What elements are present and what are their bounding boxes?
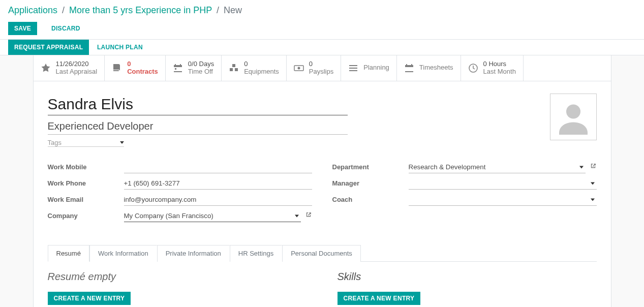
work-email-input[interactable] <box>124 194 312 206</box>
breadcrumb: Applications / More than 5 yrs Experienc… <box>8 0 636 22</box>
tab-personal-documents[interactable]: Personal Documents <box>282 245 361 262</box>
label-work-phone: Work Phone <box>48 179 124 187</box>
skills-section-title: Skills <box>338 271 597 283</box>
request-appraisal-button[interactable]: REQUEST APPRAISAL <box>8 40 89 55</box>
calendar-icon <box>173 63 183 73</box>
label-department: Department <box>332 163 409 171</box>
label-manager: Manager <box>332 179 409 187</box>
avatar[interactable] <box>550 94 597 140</box>
create-skill-entry-button[interactable]: CREATE A NEW ENTRY <box>338 292 421 305</box>
work-mobile-input[interactable] <box>124 161 312 173</box>
stat-timesheets[interactable]: Timesheets <box>397 55 461 81</box>
calendar2-icon <box>404 63 414 73</box>
tab-private-information[interactable]: Private Information <box>157 245 230 262</box>
breadcrumb-job[interactable]: More than 5 yrs Experience in PHP <box>69 5 212 15</box>
list-icon <box>348 63 358 73</box>
employee-name-input[interactable] <box>48 94 348 115</box>
stat-bar: 11/26/2020 Last Appraisal 0 Contracts 0/… <box>34 55 611 81</box>
tab-resume[interactable]: Resumé <box>48 245 89 262</box>
clock-icon <box>468 63 478 73</box>
external-link-icon <box>305 211 312 219</box>
boxes-icon <box>229 63 239 73</box>
job-title-input[interactable] <box>48 118 348 135</box>
label-company: Company <box>48 212 124 220</box>
star-icon <box>41 63 51 73</box>
stat-contracts[interactable]: 0 Contracts <box>105 55 166 81</box>
book-icon <box>112 63 122 73</box>
label-work-mobile: Work Mobile <box>48 163 124 171</box>
work-phone-input[interactable] <box>124 177 312 190</box>
money-icon <box>294 63 304 73</box>
tabs: Resumé Work Information Private Informat… <box>48 244 597 262</box>
resume-section-title: Resumé empty <box>48 271 307 283</box>
person-icon <box>556 99 591 135</box>
stat-payslips[interactable]: 0 Payslips <box>287 55 341 81</box>
launch-plan-button[interactable]: LAUNCH PLAN <box>91 40 149 55</box>
stat-planning[interactable]: Planning <box>341 55 397 81</box>
stat-time-off[interactable]: 0/0 Days Time Off <box>166 55 222 81</box>
label-coach: Coach <box>332 196 409 203</box>
company-input[interactable] <box>124 210 301 222</box>
label-work-email: Work Email <box>48 196 124 203</box>
tab-work-information[interactable]: Work Information <box>89 245 157 262</box>
department-input[interactable] <box>409 161 586 173</box>
breadcrumb-current: New <box>224 5 242 15</box>
save-button[interactable]: SAVE <box>8 22 37 35</box>
stat-equipments[interactable]: 0 Equipments <box>222 55 287 81</box>
chevron-down-icon <box>120 141 124 144</box>
external-link-icon <box>590 163 597 170</box>
breadcrumb-applications[interactable]: Applications <box>8 5 57 15</box>
coach-input[interactable] <box>409 194 597 206</box>
tags-input[interactable]: Tags <box>48 139 124 147</box>
manager-input[interactable] <box>409 177 597 190</box>
company-open-link[interactable] <box>305 211 312 220</box>
stat-last-appraisal[interactable]: 11/26/2020 Last Appraisal <box>34 55 105 81</box>
form-sheet: 11/26/2020 Last Appraisal 0 Contracts 0/… <box>33 55 611 307</box>
stat-last-month[interactable]: 0 Hours Last Month <box>461 55 524 81</box>
tab-hr-settings[interactable]: HR Settings <box>230 245 282 262</box>
discard-button[interactable]: DISCARD <box>45 22 86 35</box>
create-resume-entry-button[interactable]: CREATE A NEW ENTRY <box>48 292 131 305</box>
department-open-link[interactable] <box>590 163 597 171</box>
